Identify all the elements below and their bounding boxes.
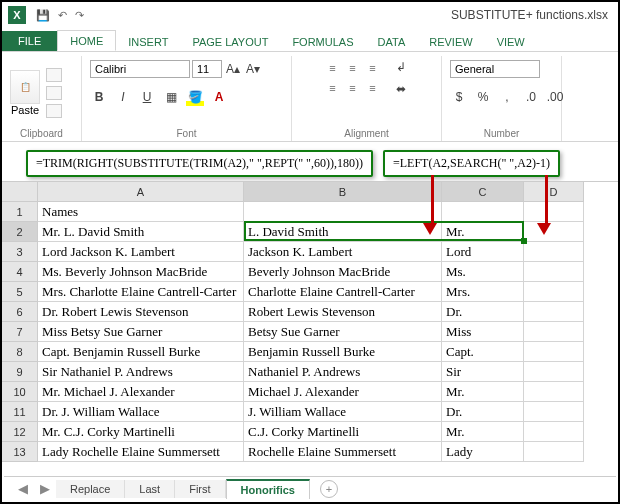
cell[interactable]: L. David Smith <box>244 222 442 242</box>
cell[interactable]: Robert Lewis Stevenson <box>244 302 442 322</box>
align-center-icon[interactable]: ≡ <box>344 79 362 97</box>
cell[interactable]: Capt. <box>442 342 524 362</box>
cell[interactable]: Names <box>38 202 244 222</box>
row-header[interactable]: 13 <box>2 442 38 462</box>
cell[interactable] <box>524 222 584 242</box>
col-header-d[interactable]: D <box>524 182 584 202</box>
cell[interactable]: Capt. Benjamin Russell Burke <box>38 342 244 362</box>
merge-icon[interactable]: ⬌ <box>392 80 410 98</box>
tab-home[interactable]: HOME <box>57 30 116 51</box>
cell[interactable]: Mrs. Charlotte Elaine Cantrell-Carter <box>38 282 244 302</box>
italic-button[interactable]: I <box>114 88 132 106</box>
tab-insert[interactable]: INSERT <box>116 32 180 51</box>
cell[interactable]: Ms. Beverly Johnson MacBride <box>38 262 244 282</box>
align-bot-icon[interactable]: ≡ <box>364 59 382 77</box>
cell[interactable]: Mrs. <box>442 282 524 302</box>
row-header[interactable]: 8 <box>2 342 38 362</box>
cell[interactable]: Mr. <box>442 222 524 242</box>
cell[interactable]: Charlotte Elaine Cantrell-Carter <box>244 282 442 302</box>
undo-icon[interactable]: ↶ <box>58 9 67 22</box>
cell[interactable] <box>524 262 584 282</box>
dec-decimal-icon[interactable]: .00 <box>546 88 564 106</box>
inc-decimal-icon[interactable]: .0 <box>522 88 540 106</box>
increase-font-icon[interactable]: A▴ <box>224 60 242 78</box>
cell[interactable]: C.J. Corky Martinelli <box>244 422 442 442</box>
comma-icon[interactable]: , <box>498 88 516 106</box>
redo-icon[interactable]: ↷ <box>75 9 84 22</box>
cell[interactable]: Miss <box>442 322 524 342</box>
copy-icon[interactable] <box>46 86 62 100</box>
cell[interactable]: Lady <box>442 442 524 462</box>
cell[interactable]: Sir Nathaniel P. Andrews <box>38 362 244 382</box>
cell[interactable] <box>524 202 584 222</box>
tab-page-layout[interactable]: PAGE LAYOUT <box>180 32 280 51</box>
row-header[interactable]: 9 <box>2 362 38 382</box>
sheet-tab-honorifics[interactable]: Honorifics <box>226 479 310 499</box>
cell[interactable] <box>244 202 442 222</box>
sheet-tab-last[interactable]: Last <box>125 480 175 498</box>
format-painter-icon[interactable] <box>46 104 62 118</box>
align-top-icon[interactable]: ≡ <box>324 59 342 77</box>
row-header[interactable]: 12 <box>2 422 38 442</box>
row-header[interactable]: 1 <box>2 202 38 222</box>
cell[interactable]: Dr. J. William Wallace <box>38 402 244 422</box>
cell[interactable]: Rochelle Elaine Summersett <box>244 442 442 462</box>
tab-data[interactable]: DATA <box>366 32 418 51</box>
cell[interactable] <box>524 382 584 402</box>
cell[interactable] <box>524 242 584 262</box>
cell[interactable]: Beverly Johnson MacBride <box>244 262 442 282</box>
paste-button[interactable]: 📋 Paste <box>10 70 40 116</box>
row-header[interactable]: 10 <box>2 382 38 402</box>
cell[interactable] <box>524 342 584 362</box>
cell[interactable]: Miss Betsy Sue Garner <box>38 322 244 342</box>
cut-icon[interactable] <box>46 68 62 82</box>
cell[interactable] <box>524 442 584 462</box>
tab-file[interactable]: FILE <box>2 31 57 51</box>
percent-icon[interactable]: % <box>474 88 492 106</box>
spreadsheet-grid[interactable]: A B C D 1Names2Mr. L. David SmithL. Davi… <box>2 181 618 462</box>
cell[interactable]: Ms. <box>442 262 524 282</box>
decrease-font-icon[interactable]: A▾ <box>244 60 262 78</box>
cell[interactable] <box>524 282 584 302</box>
currency-icon[interactable]: $ <box>450 88 468 106</box>
cell[interactable] <box>524 302 584 322</box>
cell[interactable]: Mr. C.J. Corky Martinelli <box>38 422 244 442</box>
cell[interactable]: Betsy Sue Garner <box>244 322 442 342</box>
cell[interactable]: Jackson K. Lambert <box>244 242 442 262</box>
cell[interactable]: Mr. <box>442 382 524 402</box>
row-header[interactable]: 3 <box>2 242 38 262</box>
add-sheet-icon[interactable]: + <box>320 480 338 498</box>
cell[interactable]: Lady Rochelle Elaine Summersett <box>38 442 244 462</box>
row-header[interactable]: 4 <box>2 262 38 282</box>
cell[interactable]: Lord Jackson K. Lambert <box>38 242 244 262</box>
col-header-c[interactable]: C <box>442 182 524 202</box>
cell[interactable]: Sir <box>442 362 524 382</box>
sheet-tab-first[interactable]: First <box>175 480 225 498</box>
align-mid-icon[interactable]: ≡ <box>344 59 362 77</box>
bold-button[interactable]: B <box>90 88 108 106</box>
wrap-text-icon[interactable]: ↲ <box>392 58 410 76</box>
number-format-select[interactable] <box>450 60 540 78</box>
cell[interactable] <box>442 202 524 222</box>
cell[interactable]: Dr. <box>442 402 524 422</box>
sheet-nav-next-icon[interactable]: ▶ <box>34 481 56 496</box>
row-header[interactable]: 7 <box>2 322 38 342</box>
tab-formulas[interactable]: FORMULAS <box>280 32 365 51</box>
cell[interactable]: Lord <box>442 242 524 262</box>
save-icon[interactable]: 💾 <box>36 9 50 22</box>
cell[interactable] <box>524 422 584 442</box>
align-left-icon[interactable]: ≡ <box>324 79 342 97</box>
align-right-icon[interactable]: ≡ <box>364 79 382 97</box>
cell[interactable]: Dr. <box>442 302 524 322</box>
select-all-corner[interactable] <box>2 182 38 202</box>
tab-review[interactable]: REVIEW <box>417 32 484 51</box>
cell[interactable]: Michael J. Alexander <box>244 382 442 402</box>
cell[interactable]: Mr. L. David Smith <box>38 222 244 242</box>
sheet-tab-replace[interactable]: Replace <box>56 480 125 498</box>
row-header[interactable]: 6 <box>2 302 38 322</box>
border-button[interactable]: ▦ <box>162 88 180 106</box>
sheet-nav-prev-icon[interactable]: ◀ <box>12 481 34 496</box>
underline-button[interactable]: U <box>138 88 156 106</box>
cell[interactable]: J. William Wallace <box>244 402 442 422</box>
row-header[interactable]: 2 <box>2 222 38 242</box>
